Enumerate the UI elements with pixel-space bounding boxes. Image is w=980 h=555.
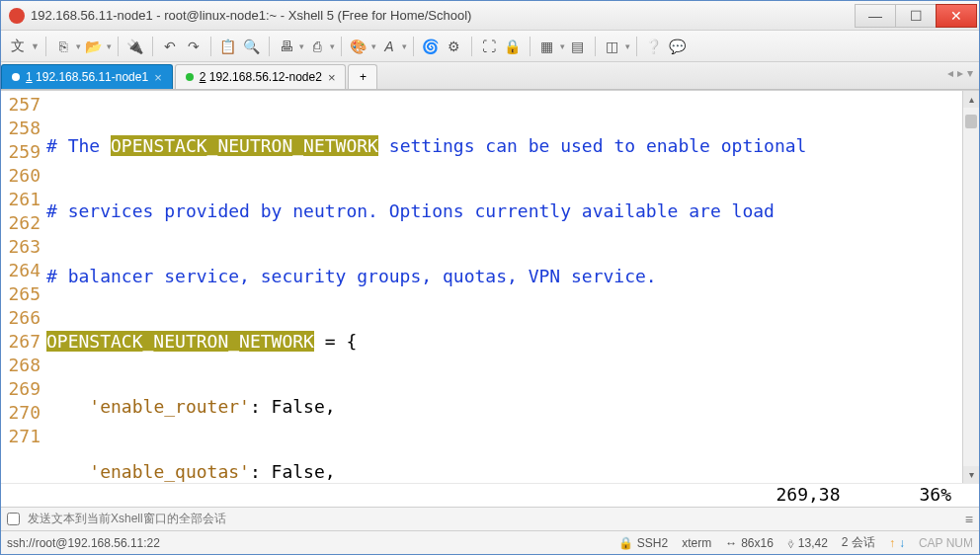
copy-button[interactable]: 📋 [217, 36, 239, 57]
protocol-status: 🔒 SSH2 [618, 536, 668, 550]
tab-prev-icon[interactable]: ◂ [947, 66, 953, 80]
scroll-thumb[interactable] [965, 115, 977, 128]
broadcast-label: 发送文本到当前Xshell窗口的全部会话 [28, 511, 226, 527]
tab-next-icon[interactable]: ▸ [957, 66, 963, 80]
help-button[interactable]: ❔ [643, 36, 665, 57]
vertical-scrollbar[interactable]: ▴ ▾ [962, 91, 979, 483]
scroll-up-icon[interactable]: ▴ [963, 91, 979, 108]
tab-list-icon[interactable]: ▾ [967, 66, 973, 80]
title-bar[interactable]: 192.168.56.11-node1 - root@linux-node1:~… [1, 1, 979, 31]
terminal-editor[interactable]: # The OPENSTACK_NEUTRON_NETWORK settings… [46, 91, 962, 483]
app-icon [9, 8, 25, 24]
toolbar: 文▼ ⎘▾ 📂▾ 🔌 ↶ ↷ 📋 🔍 🖶▾ ⎙▾ 🎨▾ A▾ 🌀 ⚙ ⛶ 🔒 ▦… [1, 31, 979, 62]
vim-statusline: 269,38 36% [1, 483, 979, 507]
tab-close-icon[interactable]: × [328, 70, 336, 85]
color-button[interactable]: 🎨 [348, 36, 369, 57]
tile-button[interactable]: ◫ [602, 36, 623, 57]
broadcast-checkbox[interactable] [7, 513, 20, 525]
scroll-down-icon[interactable]: ▾ [963, 466, 979, 483]
cursor-rowcol: ⎀ 13,42 [787, 536, 828, 550]
find-button[interactable]: 🔍 [241, 36, 263, 57]
broadcast-menu-icon[interactable]: ≡ [965, 512, 973, 527]
tab-status-icon [12, 73, 20, 81]
reconnect-button[interactable]: 🔌 [124, 36, 146, 57]
tab-add-button[interactable]: + [348, 64, 377, 89]
terminal-size: ↔ 86x16 [725, 536, 774, 550]
tab-node1[interactable]: 1 192.168.56.11-node1 × [1, 64, 173, 89]
undo-button[interactable]: ↶ [159, 36, 181, 57]
tab-bar: 1 192.168.56.11-node1 × 2 192.168.56.12-… [1, 62, 979, 90]
window-title: 192.168.56.11-node1 - root@linux-node1:~… [31, 8, 856, 23]
cursor-position: 269,38 [776, 484, 840, 507]
terminal-type: xterm [682, 536, 711, 550]
connection-string: ssh://root@192.168.56.11:22 [7, 536, 605, 550]
close-button[interactable]: ✕ [936, 4, 977, 28]
refresh-button[interactable]: 🌀 [420, 36, 442, 57]
grid2-button[interactable]: ▤ [567, 36, 589, 57]
redo-button[interactable]: ↷ [183, 36, 204, 57]
open-button[interactable]: 📂 [83, 36, 105, 57]
print-button[interactable]: 🖶 [276, 36, 297, 57]
scroll-percent: 36% [919, 484, 951, 507]
font-button[interactable]: A [378, 36, 400, 57]
upload-icon[interactable]: ↑ [889, 536, 895, 550]
new-session-button[interactable]: ⎘ [52, 36, 74, 57]
fullscreen-button[interactable]: ⛶ [478, 36, 500, 57]
gear-button[interactable]: ⚙ [444, 36, 465, 57]
maximize-button[interactable]: ☐ [895, 4, 937, 28]
script-button[interactable]: 文 [7, 36, 29, 57]
line-number-gutter: 257258259 260261262 263264265 266267268 … [1, 91, 46, 483]
grid1-button[interactable]: ▦ [536, 36, 558, 57]
properties-button[interactable]: ⎙ [306, 36, 328, 57]
tab-node2[interactable]: 2 192.168.56.12-node2 × [175, 64, 347, 89]
capslock-numlock: CAP NUM [919, 536, 973, 550]
lock-button[interactable]: 🔒 [502, 36, 524, 57]
chat-button[interactable]: 💬 [667, 36, 689, 57]
status-bar: ssh://root@192.168.56.11:22 🔒 SSH2 xterm… [1, 530, 979, 554]
tab-status-icon [186, 73, 194, 81]
minimize-button[interactable]: — [855, 4, 896, 28]
broadcast-bar: 发送文本到当前Xshell窗口的全部会话 ≡ [1, 507, 979, 530]
tab-close-icon[interactable]: × [154, 70, 162, 85]
session-count: 2 会话 [842, 534, 875, 551]
download-icon[interactable]: ↓ [899, 536, 905, 550]
